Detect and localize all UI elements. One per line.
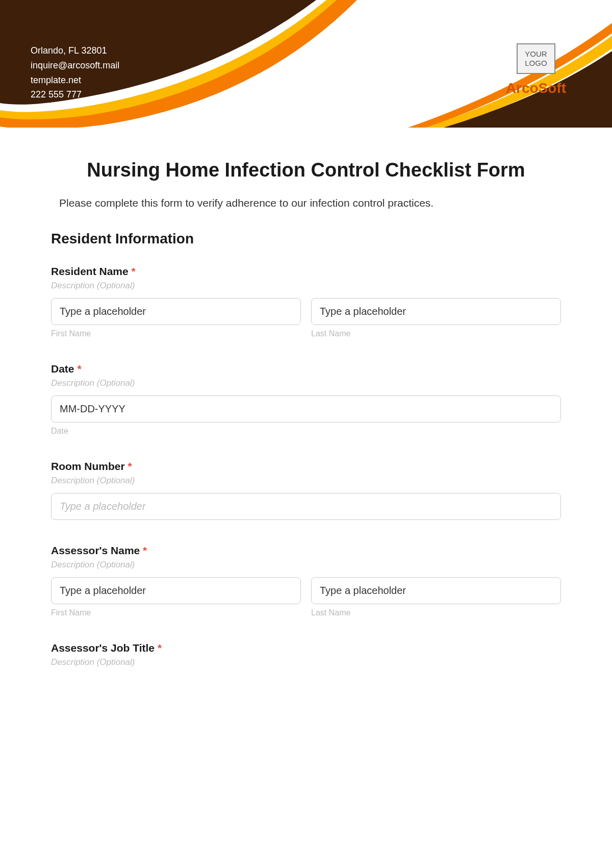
desc-date: Description (Optional) <box>51 378 561 388</box>
desc-assessor-name: Description (Optional) <box>51 560 561 570</box>
company-name: ArcoSoft <box>506 80 566 96</box>
desc-room-number: Description (Optional) <box>51 476 561 486</box>
label-date: Date * <box>51 363 561 375</box>
desc-assessor-job: Description (Optional) <box>51 657 561 667</box>
label-assessor-name: Assessor's Name * <box>51 544 561 557</box>
form-content: Nursing Home Infection Control Checklist… <box>0 128 612 712</box>
input-assessor-first-name[interactable] <box>51 577 301 604</box>
contact-info: Orlando, FL 32801 inquire@arcosoft.mail … <box>31 43 119 102</box>
input-resident-last-name[interactable] <box>311 298 561 325</box>
field-room-number: Room Number * Description (Optional) <box>51 460 561 520</box>
form-intro: Please complete this form to verify adhe… <box>51 197 561 209</box>
input-resident-first-name[interactable] <box>51 298 301 325</box>
contact-email: inquire@arcosoft.mail <box>31 58 119 73</box>
section-resident-info: Resident Information <box>51 231 561 247</box>
required-icon: * <box>143 544 147 556</box>
sublabel-last-name: Last Name <box>311 329 561 338</box>
field-assessor-job: Assessor's Job Title * Description (Opti… <box>51 642 561 667</box>
sublabel-assessor-last: Last Name <box>311 608 561 617</box>
field-date: Date * Description (Optional) Date <box>51 363 561 436</box>
sublabel-date: Date <box>51 427 561 436</box>
input-date[interactable] <box>51 395 561 423</box>
field-assessor-name: Assessor's Name * Description (Optional)… <box>51 544 561 617</box>
required-icon: * <box>132 265 136 277</box>
contact-website: template.net <box>31 73 119 88</box>
required-icon: * <box>158 642 162 654</box>
form-title: Nursing Home Infection Control Checklist… <box>51 158 561 183</box>
label-resident-name: Resident Name * <box>51 265 561 278</box>
required-icon: * <box>77 363 81 375</box>
logo-block: YOUR LOGO ArcoSoft <box>506 43 566 96</box>
label-assessor-job: Assessor's Job Title * <box>51 642 561 654</box>
logo-placeholder: YOUR LOGO <box>517 43 555 74</box>
contact-phone: 222 555 777 <box>31 87 119 102</box>
input-assessor-last-name[interactable] <box>311 577 561 604</box>
desc-resident-name: Description (Optional) <box>51 281 561 291</box>
field-resident-name: Resident Name * Description (Optional) F… <box>51 265 561 338</box>
required-icon: * <box>128 460 132 472</box>
sublabel-assessor-first: First Name <box>51 608 301 617</box>
sublabel-first-name: First Name <box>51 329 301 338</box>
document-page: Orlando, FL 32801 inquire@arcosoft.mail … <box>0 0 612 868</box>
input-room-number[interactable] <box>51 493 561 520</box>
label-room-number: Room Number * <box>51 460 561 473</box>
contact-address: Orlando, FL 32801 <box>31 43 119 58</box>
header-banner: Orlando, FL 32801 inquire@arcosoft.mail … <box>0 0 612 128</box>
